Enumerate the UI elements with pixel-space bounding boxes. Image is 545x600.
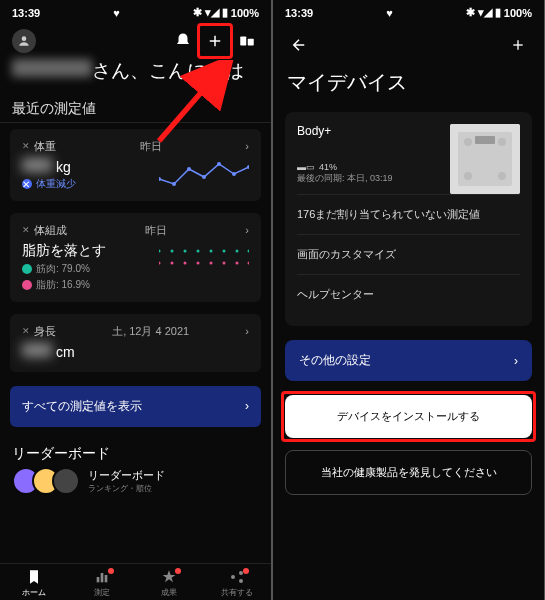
svg-point-22 [184, 261, 187, 264]
weight-when: 昨日 [140, 139, 162, 154]
bluetooth-icon: ✱ [466, 6, 475, 19]
muscle-dot-icon [22, 264, 32, 274]
height-when: 土, 12月 4 2021 [112, 324, 189, 339]
badge-dot [108, 568, 114, 574]
device-name: Body+ [297, 124, 393, 138]
svg-point-18 [236, 249, 239, 252]
device-last-sync: 最後の同期: 本日, 03:19 [297, 172, 393, 185]
svg-point-6 [172, 182, 176, 186]
close-icon[interactable]: ✕ [22, 225, 30, 235]
height-label: 身長 [34, 324, 56, 339]
device-card: Body+ ▬▭ 41% 最後の同期: 本日, 03:19 176まだ割り当てら… [285, 112, 532, 326]
svg-point-16 [210, 249, 213, 252]
avatar[interactable] [12, 29, 36, 53]
svg-point-13 [171, 249, 174, 252]
svg-point-25 [223, 261, 226, 264]
greeting: さん、こんにちは [0, 57, 271, 94]
svg-point-17 [223, 249, 226, 252]
svg-rect-29 [100, 573, 103, 582]
device-image [450, 124, 520, 194]
devices-icon[interactable] [235, 29, 259, 53]
svg-point-36 [464, 138, 472, 146]
weight-value-blurred [22, 158, 52, 172]
chevron-right-icon: › [245, 325, 249, 337]
status-time: 13:39 [12, 7, 40, 19]
svg-point-5 [159, 177, 161, 181]
chevron-right-icon: › [245, 140, 249, 152]
svg-point-38 [464, 172, 472, 180]
svg-point-14 [184, 249, 187, 252]
svg-point-39 [498, 172, 506, 180]
bodycomp-when: 昨日 [145, 223, 167, 238]
discover-products-button[interactable]: 当社の健康製品を発見してください [285, 450, 532, 495]
screen-home: 13:39 ♥ ✱ ▾◢ ▮ 100% さん、こんにちは 最近の測定値 [0, 0, 271, 600]
height-card[interactable]: ✕ 身長 土, 12月 4 2021 › cm [10, 314, 261, 372]
battery-icon: ▮ [222, 6, 228, 19]
svg-point-23 [197, 261, 200, 264]
heart-icon: ♥ [113, 7, 120, 19]
username-blurred [12, 59, 92, 77]
header [0, 25, 271, 57]
battery-pct: 100% [504, 7, 532, 19]
home-icon [25, 568, 43, 586]
weight-card[interactable]: ✕ 体重 昨日 › kg ✕体重減少 [10, 129, 261, 201]
close-icon[interactable]: ✕ [22, 141, 30, 151]
add-button[interactable] [506, 33, 530, 57]
back-button[interactable] [287, 33, 311, 57]
list-item[interactable]: ヘルプセンター [297, 274, 520, 314]
leaderboard-row[interactable]: リーダーボード ランキング・順位 [0, 467, 271, 495]
svg-point-31 [231, 575, 235, 579]
body-composition-card[interactable]: ✕ 体組成 昨日 › 脂肪を落とす 筋肉: 79.0% 脂肪: 16.9% [10, 213, 261, 302]
height-value-blurred [22, 343, 52, 357]
svg-point-0 [22, 36, 27, 41]
tab-home[interactable]: ホーム [0, 568, 68, 598]
leaderboard-avatars [12, 467, 80, 495]
tab-measure[interactable]: 測定 [68, 568, 136, 598]
signal-icon: ▾◢ [478, 6, 492, 19]
other-settings-button[interactable]: その他の設定 › [285, 340, 532, 381]
install-device-button[interactable]: デバイスをインストールする [285, 395, 532, 438]
bodycomp-label: 体組成 [34, 223, 67, 238]
svg-rect-40 [475, 136, 495, 144]
weight-sparkline [159, 159, 249, 189]
weight-trend: 体重減少 [36, 177, 76, 191]
svg-point-33 [239, 579, 243, 583]
bodycomp-sparkline [159, 243, 249, 273]
tab-achievements[interactable]: 成果 [136, 568, 204, 598]
device-battery: 41% [319, 162, 337, 172]
svg-rect-2 [248, 39, 254, 46]
battery-icon: ▮ [495, 6, 501, 19]
trend-dot-icon: ✕ [22, 179, 32, 189]
svg-rect-28 [96, 577, 99, 582]
list-item[interactable]: 画面のカスタマイズ [297, 234, 520, 274]
tab-share[interactable]: 共有する [203, 568, 271, 598]
view-all-measurements-button[interactable]: すべての測定値を表示 › [10, 386, 261, 427]
list-item[interactable]: 176まだ割り当てられていない測定値 [297, 194, 520, 234]
svg-point-26 [236, 261, 239, 264]
svg-point-37 [498, 138, 506, 146]
svg-point-27 [248, 261, 250, 264]
fat-dot-icon [22, 280, 32, 290]
svg-point-9 [217, 162, 221, 166]
add-button[interactable] [203, 29, 227, 53]
svg-rect-30 [104, 575, 107, 582]
tab-bar: ホーム 測定 成果 共有する [0, 563, 271, 600]
notifications-icon[interactable] [171, 29, 195, 53]
svg-point-19 [248, 249, 250, 252]
badge-dot [243, 568, 249, 574]
leaderboard-item-sub: ランキング・順位 [88, 483, 165, 494]
weight-label: 体重 [34, 139, 56, 154]
signal-icon: ▾◢ [205, 6, 219, 19]
heart-icon: ♥ [386, 7, 393, 19]
battery-icon: ▬▭ [297, 162, 315, 172]
status-bar: 13:39 ♥ ✱ ▾◢ ▮ 100% [273, 0, 544, 25]
recent-measurements-title: 最近の測定値 [0, 94, 271, 123]
chevron-right-icon: › [514, 354, 518, 368]
svg-point-7 [187, 167, 191, 171]
avatar [52, 467, 80, 495]
svg-rect-1 [240, 37, 246, 46]
bluetooth-icon: ✱ [193, 6, 202, 19]
status-time: 13:39 [285, 7, 313, 19]
svg-point-10 [232, 172, 236, 176]
close-icon[interactable]: ✕ [22, 326, 30, 336]
